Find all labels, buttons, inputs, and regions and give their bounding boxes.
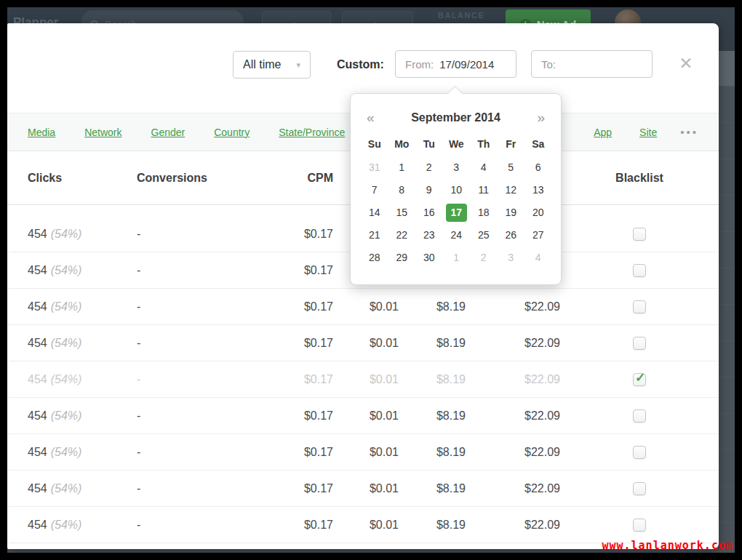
blacklist-cell xyxy=(560,481,719,495)
money-cell: $22.09 xyxy=(466,482,560,495)
money-cell: $0.01 xyxy=(333,373,399,386)
money-cell: $0.01 xyxy=(333,482,399,495)
calendar-day[interactable]: 7 xyxy=(361,179,388,201)
header-clicks[interactable]: Clicks xyxy=(7,172,137,185)
calendar-day[interactable]: 28 xyxy=(361,247,388,269)
tab-media[interactable]: Media xyxy=(28,127,55,138)
tab-site[interactable]: Site xyxy=(639,127,657,138)
today-dropdown[interactable]: Today ▾ xyxy=(262,11,331,23)
calendar-day[interactable]: 1 xyxy=(443,247,471,269)
calendar-day[interactable]: 2 xyxy=(470,247,498,269)
range-select[interactable]: All time ▾ xyxy=(233,51,311,79)
calendar-day[interactable]: 14 xyxy=(361,201,388,224)
calendar-day-number: 8 xyxy=(399,184,404,196)
new-ad-button[interactable]: + New Ad xyxy=(506,9,591,23)
calendar-day[interactable]: 4 xyxy=(524,247,552,269)
calendar-day[interactable]: 27 xyxy=(524,224,552,247)
calendar-day-number: 2 xyxy=(481,252,487,263)
calendar-day[interactable]: 1 xyxy=(388,156,416,179)
calendar-day[interactable]: 22 xyxy=(388,224,416,247)
blacklist-checkbox[interactable] xyxy=(633,337,646,350)
header-conversions[interactable]: Conversions xyxy=(137,172,224,185)
calendar-day[interactable]: 8 xyxy=(388,179,416,201)
money-value: $22.09 xyxy=(524,373,560,385)
tab-app[interactable]: App xyxy=(594,127,612,138)
money-value: $22.09 xyxy=(524,409,560,422)
more-tabs-icon[interactable]: ••• xyxy=(680,126,698,138)
search-input[interactable]: Search xyxy=(81,10,244,23)
from-date-input[interactable]: From: 17/09/2014 xyxy=(395,50,516,78)
clicks-value: 454 xyxy=(28,228,47,240)
header-cpm[interactable]: CPM xyxy=(224,172,333,185)
blacklist-checkbox[interactable] xyxy=(633,373,646,386)
calendar-day[interactable]: 9 xyxy=(415,179,443,201)
calendar-day[interactable]: 19 xyxy=(498,201,525,224)
calendar-day-number: 18 xyxy=(478,207,490,218)
close-icon[interactable]: ✕ xyxy=(676,53,696,73)
blacklist-cell xyxy=(560,409,719,423)
calendar-day[interactable]: 26 xyxy=(498,224,525,247)
money-cell: $8.19 xyxy=(399,300,466,313)
calendar-day[interactable]: 6 xyxy=(524,156,552,179)
money-cell: $8.19 xyxy=(399,337,466,350)
calendar-month-title[interactable]: September 2014 xyxy=(411,111,500,124)
calendar-day[interactable]: 15 xyxy=(388,201,416,224)
clicks-value: 454 xyxy=(28,409,47,422)
clicks-percent: (54%) xyxy=(51,519,82,531)
calendar-day-number: 1 xyxy=(399,161,404,173)
avatar[interactable] xyxy=(615,9,641,23)
calendar-day[interactable]: 12 xyxy=(498,179,525,201)
active-dropdown[interactable]: Active ▾ xyxy=(342,11,413,23)
custom-label: Custom: xyxy=(337,58,384,71)
clicks-percent: (54%) xyxy=(51,337,82,349)
next-month-icon[interactable]: » xyxy=(537,111,545,125)
calendar-day[interactable]: 29 xyxy=(388,247,416,269)
calendar-day[interactable]: 24 xyxy=(443,224,471,247)
blacklist-checkbox[interactable] xyxy=(633,300,646,313)
calendar-day[interactable]: 25 xyxy=(470,224,498,247)
cpm-cell: $0.17 xyxy=(224,228,333,241)
tab-country[interactable]: Country xyxy=(214,127,250,138)
money-cell: $22.09 xyxy=(466,373,560,386)
conversions-value: - xyxy=(137,228,140,240)
table-row: 454(54%) - $0.17 $0.01 $8.19 $22.09 xyxy=(7,398,719,434)
tab-gender[interactable]: Gender xyxy=(151,127,186,138)
money-cell: $22.09 xyxy=(466,446,560,459)
money-value: $0.01 xyxy=(370,300,399,313)
to-date-input[interactable]: To: xyxy=(531,50,653,78)
blacklist-checkbox[interactable] xyxy=(633,264,646,277)
calendar-day[interactable]: 16 xyxy=(415,201,443,224)
blacklist-checkbox[interactable] xyxy=(633,409,646,423)
calendar-day[interactable]: 13 xyxy=(524,179,552,201)
prev-month-icon[interactable]: « xyxy=(367,111,375,125)
calendar-day[interactable]: 20 xyxy=(524,201,552,224)
blacklist-checkbox[interactable] xyxy=(633,228,646,241)
clicks-cell: 454(54%) xyxy=(7,300,137,313)
calendar-day[interactable]: 31 xyxy=(361,156,388,179)
calendar-day[interactable]: 11 xyxy=(470,179,498,201)
calendar-day[interactable]: 10 xyxy=(443,179,471,201)
clicks-cell: 454(54%) xyxy=(7,337,137,350)
calendar-day[interactable]: 2 xyxy=(415,156,443,179)
calendar-day[interactable]: 18 xyxy=(470,201,498,224)
blacklist-checkbox[interactable] xyxy=(633,519,646,532)
calendar-day[interactable]: 17 xyxy=(443,201,471,224)
tab-state-province[interactable]: State/Province xyxy=(279,127,345,138)
calendar-day[interactable]: 5 xyxy=(498,156,525,179)
header-blacklist[interactable]: Blacklist xyxy=(560,172,719,185)
clicks-cell: 454(54%) xyxy=(7,446,137,459)
blacklist-checkbox[interactable] xyxy=(633,482,646,495)
money-cell: $8.19 xyxy=(399,373,466,386)
calendar-day[interactable]: 4 xyxy=(470,156,498,179)
tab-network[interactable]: Network xyxy=(84,127,121,138)
calendar-day[interactable]: 30 xyxy=(415,247,443,269)
calendar-day[interactable]: 3 xyxy=(443,156,471,179)
blacklist-cell xyxy=(560,336,719,350)
calendar-day[interactable]: 3 xyxy=(498,247,525,269)
brand-planner[interactable]: Planner xyxy=(13,15,58,23)
blacklist-checkbox[interactable] xyxy=(633,446,646,459)
calendar-day-number: 4 xyxy=(481,161,487,173)
calendar-day[interactable]: 21 xyxy=(361,224,388,247)
new-ad-label: New Ad xyxy=(537,18,576,23)
calendar-day[interactable]: 23 xyxy=(415,224,443,247)
